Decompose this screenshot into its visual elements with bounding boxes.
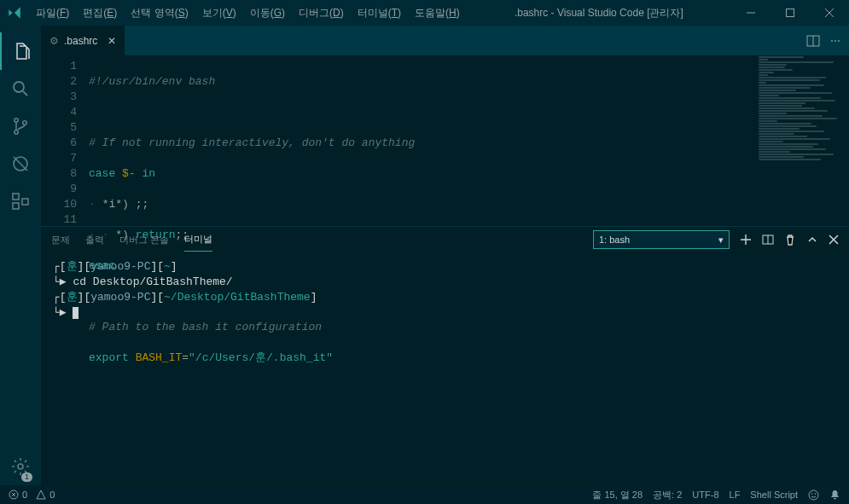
terminal-cursor [73, 307, 79, 319]
menu-selection[interactable]: 선택 영역(S) [124, 0, 195, 26]
svg-point-14 [811, 493, 813, 495]
status-notifications[interactable] [829, 490, 840, 501]
editor-actions: ⋯ [806, 26, 849, 55]
maximize-button[interactable] [770, 0, 810, 26]
titlebar: 파일(F) 편집(E) 선택 영역(S) 보기(V) 이동(G) 디버그(D) … [0, 0, 849, 26]
search-icon [10, 78, 31, 99]
editor-group: ⚙ .bashrc ✕ ⋯ 1234567891011 #!/usr/bin/e… [41, 26, 849, 485]
status-warnings[interactable]: 0 [36, 490, 55, 500]
smiley-icon [808, 490, 819, 501]
menu-terminal[interactable]: 터미널(T) [351, 0, 408, 26]
svg-point-4 [23, 121, 26, 125]
menu-go[interactable]: 이동(G) [243, 0, 292, 26]
activity-extensions[interactable] [0, 182, 41, 220]
menu-bar: 파일(F) 편집(E) 선택 영역(S) 보기(V) 이동(G) 디버그(D) … [29, 0, 467, 26]
svg-point-1 [14, 82, 24, 92]
bell-icon [829, 490, 840, 501]
svg-point-15 [815, 493, 817, 495]
activity-source-control[interactable] [0, 107, 41, 145]
editor-tab-bashrc[interactable]: ⚙ .bashrc ✕ [41, 26, 125, 55]
split-editor-icon[interactable] [806, 34, 820, 48]
status-line-col[interactable]: 줄 15, 열 28 [592, 489, 643, 501]
menu-view[interactable]: 보기(V) [195, 0, 243, 26]
status-language[interactable]: Shell Script [750, 490, 798, 500]
extensions-icon [10, 191, 31, 211]
editor-content[interactable]: #!/usr/bin/env bash # If not running int… [89, 55, 849, 226]
activity-search[interactable] [0, 70, 41, 107]
tab-close-icon[interactable]: ✕ [108, 35, 116, 47]
svg-point-13 [809, 490, 818, 500]
minimize-button[interactable] [731, 0, 770, 26]
menu-edit[interactable]: 편집(E) [76, 0, 124, 26]
file-icon: ⚙ [49, 35, 59, 47]
window-title: .bashrc - Visual Studio Code [관리자] [467, 6, 731, 20]
terminal-selector[interactable]: 1: bash ▾ [593, 230, 730, 249]
chevron-down-icon: ▾ [718, 235, 724, 246]
minimap[interactable] [755, 55, 849, 226]
settings-badge: 1 [21, 472, 32, 482]
svg-rect-6 [13, 194, 19, 200]
svg-point-9 [18, 464, 23, 469]
svg-rect-7 [13, 203, 19, 209]
activity-settings[interactable]: 1 [0, 448, 41, 485]
window-controls [731, 0, 849, 26]
bug-icon [10, 154, 31, 174]
tab-filename: .bashrc [64, 35, 97, 47]
svg-rect-8 [22, 199, 28, 205]
svg-rect-0 [787, 9, 794, 17]
status-eol[interactable]: LF [730, 490, 741, 500]
editor[interactable]: 1234567891011 #!/usr/bin/env bash # If n… [41, 55, 849, 226]
status-feedback[interactable] [808, 490, 819, 501]
editor-tabs: ⚙ .bashrc ✕ ⋯ [41, 26, 849, 55]
menu-file[interactable]: 파일(F) [29, 0, 76, 26]
menu-help[interactable]: 도움말(H) [408, 0, 467, 26]
git-branch-icon [10, 116, 31, 136]
workbench: 1 ⚙ .bashrc ✕ ⋯ 1234567891011 #!/usr/bin… [0, 26, 849, 485]
close-button[interactable] [810, 0, 849, 26]
vscode-logo-icon [0, 5, 29, 20]
files-icon [11, 41, 32, 61]
status-indent[interactable]: 공백: 2 [653, 489, 682, 501]
warning-icon [36, 490, 46, 500]
activity-bar: 1 [0, 26, 41, 485]
svg-point-2 [15, 119, 18, 122]
error-icon [9, 490, 19, 500]
more-actions-icon[interactable]: ⋯ [830, 35, 840, 47]
svg-point-3 [15, 130, 18, 134]
panel-tab-problems[interactable]: 문제 [51, 229, 70, 252]
activity-explorer[interactable] [0, 32, 41, 70]
activity-debug[interactable] [0, 145, 41, 182]
menu-debug[interactable]: 디버그(D) [292, 0, 351, 26]
editor-gutter: 1234567891011 [41, 55, 89, 226]
status-encoding[interactable]: UTF-8 [692, 490, 718, 500]
status-errors[interactable]: 0 [9, 490, 27, 500]
status-bar: 0 0 줄 15, 열 28 공백: 2 UTF-8 LF Shell Scri… [0, 485, 849, 504]
